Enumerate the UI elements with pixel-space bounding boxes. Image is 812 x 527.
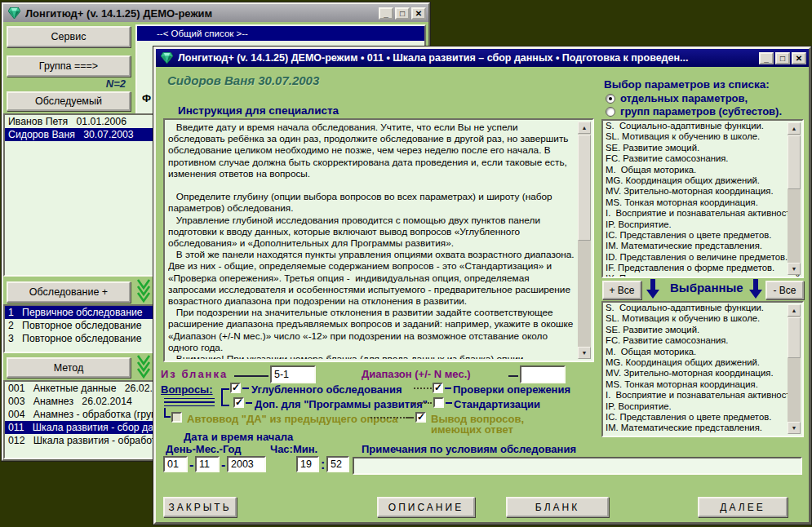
param-list-item[interactable]: S. Социально-адаптивные функции. [603, 303, 802, 313]
description-button[interactable]: ОПИСАНИЕ [377, 497, 475, 517]
param-list-item[interactable]: M. Общая моторика. [603, 165, 802, 175]
param-list-item[interactable]: SE. Развитие эмоций. [603, 325, 802, 335]
param-list-item[interactable]: MG. Координация общих движений. [603, 357, 802, 368]
notes-input[interactable] [353, 457, 802, 475]
ahead-check-label: Проверки опережения [453, 383, 570, 396]
day-input[interactable] [163, 456, 188, 472]
questions-underline-decoration [164, 398, 215, 408]
scroll-thumb[interactable] [788, 317, 801, 358]
param-list-item[interactable]: MV. Зрительно-моторная координация. [603, 186, 802, 197]
next-button[interactable]: ДАЛЕЕ [698, 497, 788, 517]
minute-input[interactable] [326, 456, 349, 472]
param-list-item[interactable]: FC. Развитие самосознания. [603, 153, 802, 164]
patient-name-label: Сидоров Ваня 30.07.2003 [167, 73, 319, 87]
instruction-box: Введите дату и время начала обследования… [163, 118, 594, 362]
param-list-item[interactable]: IC. Представления о цвете предметов. [603, 412, 802, 423]
deep-survey-checkbox[interactable] [230, 383, 241, 393]
remove-all-button[interactable]: - Все [765, 281, 804, 299]
param-list-item[interactable]: IX. Понимание пространственных отношений… [603, 273, 802, 278]
year-input[interactable] [227, 456, 266, 472]
param-list-item[interactable]: IP. Восприятие. [603, 401, 802, 412]
param-list-item[interactable]: ID. Представления о величине предметов. [603, 252, 802, 263]
group-button[interactable]: Группа ===> [7, 55, 131, 77]
label-fragment: Ф [142, 92, 151, 104]
from-blank-label: Из бланка [161, 368, 228, 380]
selected-params-scrollbar[interactable]: ▲ ▼ [788, 304, 801, 434]
group-params-radio[interactable] [606, 107, 615, 117]
blank-button[interactable]: БЛАНК [506, 497, 609, 517]
scroll-down-icon[interactable]: ▼ [578, 347, 591, 359]
datetime-heading: Дата и время начала [184, 431, 293, 443]
time-separator: : [321, 458, 325, 472]
questions-with-answer-label2: имеющих ответ [431, 423, 513, 436]
param-list-item[interactable]: S. Социально-адаптивные функции. [603, 121, 802, 131]
dop-program-checkbox[interactable] [233, 397, 244, 408]
param-list-item[interactable]: I. Восприятие и познавательная активност… [603, 208, 802, 219]
param-list-item[interactable]: SL. Мотивация к обучению в школе. [603, 313, 802, 324]
param-list-item[interactable]: I. Восприятие и познавательная активност… [603, 390, 802, 401]
param-list-item[interactable]: MS. Тонкая моторная координация. [603, 379, 802, 390]
param-list-item[interactable]: IF. Представления о форме предметов. [603, 263, 802, 273]
group-params-label: групп параметров (субтестов). [620, 105, 782, 117]
method-button[interactable]: Метод [7, 357, 131, 378]
date-separator: - [221, 458, 225, 472]
scroll-up-icon[interactable]: ▲ [578, 122, 591, 134]
ahead-check-checkbox[interactable] [433, 383, 443, 393]
dialog-title: Лонгитюд+ (v. 14.1.25) ДЕМО-режим • 011 … [178, 52, 754, 64]
minimize-button[interactable]: _ [379, 7, 393, 20]
scroll-thumb[interactable] [578, 135, 591, 241]
close-icon[interactable]: ✕ [792, 52, 806, 64]
dialog-body: Сидоров Ваня 30.07.2003 Инструкция для с… [156, 67, 809, 522]
selected-params-list[interactable]: ▲ ▼ S. Социально-адаптивные функции.SL. … [601, 301, 804, 437]
param-list-item[interactable]: IP. Восприятие. [603, 219, 802, 230]
examination-button[interactable]: Обследование + [7, 281, 131, 303]
minimize-button[interactable]: _ [759, 52, 774, 64]
param-list-item[interactable]: FC. Развитие самосознания. [603, 335, 802, 346]
subject-button[interactable]: Обследуемый [7, 91, 131, 111]
param-list-item[interactable]: IC. Представления о цвете предметов. [603, 230, 802, 241]
scroll-up-icon[interactable]: ▲ [788, 304, 801, 317]
dop-program-label: Доп. для "Программы развития" [255, 398, 428, 410]
available-params-list[interactable]: ▲ ▼ S. Социально-адаптивные функции.SL. … [601, 119, 804, 278]
maximize-button[interactable]: □ [395, 7, 410, 20]
param-list-item[interactable]: SL. Мотивация к обучению в школе. [603, 131, 802, 142]
navy-down-arrow-icon [646, 278, 660, 299]
auto-yes-label: Автоввод "ДА" из предыдущего опроса [187, 413, 398, 425]
main-window-titlebar[interactable]: Лонгитюд+ (v. 14.1.25) ДЕМО-режим _ □ ✕ [3, 4, 428, 22]
scroll-down-icon[interactable]: ▼ [788, 263, 801, 275]
range-input[interactable] [520, 365, 566, 383]
param-list-item[interactable]: MG. Координация общих движений. [603, 175, 802, 186]
scroll-up-icon[interactable]: ▲ [788, 122, 801, 135]
scroll-down-icon[interactable]: ▼ [788, 422, 801, 434]
dialog-titlebar[interactable]: Лонгитюд+ (v. 14.1.25) ДЕМО-режим • 011 … [156, 49, 809, 67]
param-list-item[interactable]: ID. Представления о величине предметов. [603, 434, 802, 437]
navy-down-arrow-icon [748, 278, 763, 299]
param-list-item[interactable]: IM. Математические представления. [603, 423, 802, 433]
maximize-button[interactable]: □ [775, 52, 790, 64]
preparation-dialog: Лонгитюд+ (v. 14.1.25) ДЕМО-режим • 011 … [153, 46, 811, 525]
auto-yes-checkbox[interactable] [171, 412, 182, 423]
param-list-item[interactable]: SE. Развитие эмоций. [603, 143, 802, 153]
param-list-item[interactable]: M. Общая моторика. [603, 347, 802, 357]
group-count-label: N=2 [77, 78, 126, 90]
service-button[interactable]: Сервис [7, 26, 131, 47]
param-list-item[interactable]: IM. Математические представления. [603, 241, 802, 251]
hour-input[interactable] [296, 456, 319, 472]
param-list-item[interactable]: MS. Тонкая моторная координация. [603, 197, 802, 208]
scroll-thumb[interactable] [788, 135, 801, 189]
time-format-label: Час:Мин. [270, 443, 317, 455]
from-blank-input[interactable] [270, 365, 316, 383]
single-params-radio[interactable] [606, 94, 615, 104]
month-input[interactable] [195, 456, 220, 472]
green-down-arrow-icon [135, 278, 152, 304]
close-dialog-button[interactable]: ЗАКРЫТЬ [163, 497, 237, 517]
date-format-label: День-Мес.-Год [166, 443, 242, 455]
close-icon[interactable]: ✕ [411, 7, 426, 20]
questions-with-answer-checkbox[interactable] [415, 412, 426, 423]
standardization-checkbox[interactable] [433, 397, 444, 408]
params-scrollbar[interactable]: ▲ ▼ [788, 122, 801, 275]
instruction-text: Введите дату и время начала обследования… [168, 122, 576, 359]
add-all-button[interactable]: + Все [602, 281, 641, 299]
instruction-scrollbar[interactable]: ▲ ▼ [578, 122, 591, 359]
param-list-item[interactable]: MV. Зрительно-моторная координация. [603, 368, 802, 379]
